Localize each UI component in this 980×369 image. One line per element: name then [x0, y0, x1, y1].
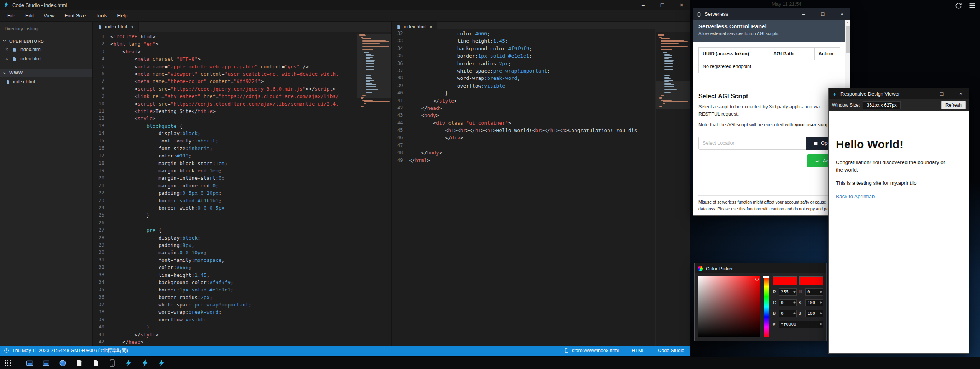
refresh-icon[interactable]: [955, 2, 962, 10]
hue-stepper[interactable]: [805, 288, 823, 296]
title-bar[interactable]: Code Studio - index.html – □ ×: [0, 0, 690, 10]
minimap[interactable]: [655, 32, 690, 346]
current-color-swatch[interactable]: [773, 276, 797, 285]
system-tray: [955, 2, 976, 10]
maximize-button[interactable]: □: [815, 9, 831, 19]
document-icon[interactable]: [75, 359, 83, 367]
tree-item-index-html[interactable]: index.html: [0, 77, 92, 86]
close-icon[interactable]: ×: [131, 24, 134, 30]
window-title: Responsive Design Viewer: [840, 91, 900, 97]
column-uuid: UUID (access token): [699, 48, 769, 60]
device-icon: [697, 12, 702, 17]
chevron-down-icon: [2, 38, 7, 43]
hex-input[interactable]: [779, 321, 823, 328]
refresh-button[interactable]: Refresh: [941, 101, 966, 109]
file-icon: [12, 56, 17, 61]
saturation-brightness-area[interactable]: [698, 276, 760, 337]
document-icon[interactable]: [92, 359, 100, 367]
status-app-name: Code Studio: [658, 348, 684, 353]
brightness-stepper[interactable]: [805, 309, 823, 317]
hue-slider[interactable]: [764, 276, 769, 337]
menu-font-size[interactable]: Font Size: [59, 10, 91, 22]
back-to-aprintlab-link[interactable]: Back to Aprintlab: [836, 194, 875, 199]
window-size-value[interactable]: 361px x 627px: [863, 101, 901, 109]
agi-note: Note that the AGI script will be execute…: [698, 121, 833, 129]
open-editors-section[interactable]: OPEN EDITORS: [0, 37, 92, 45]
clock-icon: [4, 348, 9, 353]
window-icon[interactable]: [26, 359, 34, 367]
color-cursor[interactable]: [755, 278, 759, 281]
code-studio-icon[interactable]: [125, 359, 133, 367]
close-icon[interactable]: ×: [5, 56, 9, 61]
minimize-button[interactable]: –: [796, 9, 812, 19]
taskbar: [0, 357, 980, 369]
minimize-button[interactable]: –: [810, 263, 826, 273]
red-stepper[interactable]: [779, 288, 797, 296]
menu-help[interactable]: Help: [112, 10, 133, 22]
window-size-label: Window Size:: [832, 103, 860, 108]
title-bar[interactable]: Color Picker –: [695, 263, 826, 273]
title-bar[interactable]: Serverless – □ ×: [693, 8, 850, 20]
minimap[interactable]: [357, 32, 391, 346]
code-editor-right[interactable]: 32 color:#666;33 line-height:1.45;34 bac…: [392, 29, 656, 346]
open-editor-item[interactable]: × index.html: [0, 45, 92, 54]
panel-title: Serverless Control Panel: [698, 23, 845, 30]
code-editor-left[interactable]: 1<!DOCTYPE html>2<html lang="en">3 <head…: [93, 32, 357, 346]
window-title: Code Studio - index.html: [12, 2, 67, 8]
desktop-clock: May 11 21:54: [772, 1, 802, 7]
title-bar[interactable]: Responsive Design Viewer – □ ×: [829, 88, 969, 99]
scroll-up-icon[interactable]: ▲: [847, 20, 849, 25]
sphere-icon[interactable]: [59, 359, 67, 367]
menu-bar: File Edit View Font Size Tools Help: [0, 10, 690, 22]
location-input[interactable]: [698, 137, 806, 150]
warning-text: Misuse of serverless function might affe…: [698, 195, 840, 212]
close-button[interactable]: ×: [674, 0, 690, 10]
hue-handle[interactable]: [763, 276, 769, 278]
minimize-button[interactable]: –: [635, 0, 651, 10]
blue-input[interactable]: [779, 310, 797, 317]
folder-www[interactable]: WWW: [0, 69, 92, 77]
green-stepper[interactable]: [779, 299, 797, 306]
status-file-path[interactable]: store:/www/index.html: [564, 348, 619, 353]
code-studio-icon[interactable]: [158, 359, 166, 367]
maximize-button[interactable]: □: [934, 89, 950, 99]
minimize-button[interactable]: –: [914, 89, 931, 99]
red-input[interactable]: [779, 288, 797, 296]
saturation-label: S: [799, 300, 804, 305]
hex-label: #: [773, 322, 777, 326]
hue-label: H: [799, 290, 804, 294]
hue-input[interactable]: [805, 288, 823, 296]
apps-menu-icon[interactable]: [968, 2, 976, 10]
scroll-thumb[interactable]: [846, 26, 850, 53]
saturation-input[interactable]: [805, 299, 823, 306]
brightness-input[interactable]: [805, 310, 823, 317]
viewer-toolbar: Window Size: 361px x 627px Refresh: [829, 99, 969, 111]
green-input[interactable]: [779, 299, 797, 306]
saturation-stepper[interactable]: [805, 299, 823, 306]
chevron-down-icon: [2, 71, 7, 76]
hex-field[interactable]: [779, 320, 823, 328]
agi-description: Select a script to be executed by 3rd pa…: [698, 103, 833, 118]
window-title: Color Picker: [706, 266, 733, 271]
close-icon[interactable]: ×: [5, 47, 9, 52]
previous-color-swatch[interactable]: [799, 276, 824, 285]
color-wheel-icon: [698, 266, 703, 271]
blue-stepper[interactable]: [779, 309, 797, 317]
device-icon[interactable]: [108, 359, 116, 367]
restore-button[interactable]: □: [654, 0, 670, 10]
open-editor-item[interactable]: × index.html: [0, 54, 92, 63]
menu-tools[interactable]: Tools: [91, 10, 112, 22]
tab-index-html[interactable]: index.html ×: [93, 22, 139, 32]
code-studio-icon[interactable]: [141, 359, 149, 367]
close-button[interactable]: ×: [834, 9, 850, 19]
file-icon: [396, 25, 401, 30]
tab-strip: index.html ×: [93, 22, 391, 32]
menu-file[interactable]: File: [2, 10, 20, 22]
status-language[interactable]: HTML: [632, 348, 645, 353]
menu-edit[interactable]: Edit: [20, 10, 39, 22]
window-icon[interactable]: [42, 359, 50, 367]
menu-view[interactable]: View: [39, 10, 59, 22]
app-launcher-icon[interactable]: [4, 359, 12, 367]
check-icon: [815, 159, 820, 164]
close-button[interactable]: ×: [953, 89, 969, 99]
